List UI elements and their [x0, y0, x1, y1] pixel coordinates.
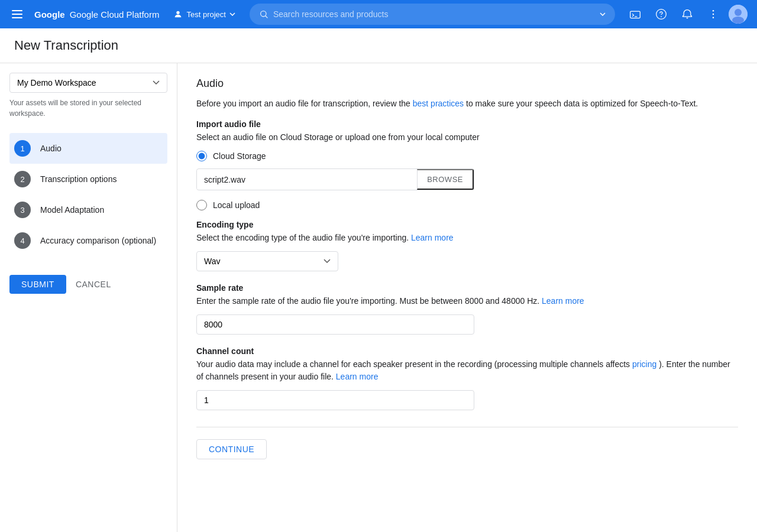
step-item-audio[interactable]: 1 Audio	[9, 133, 167, 164]
svg-point-6	[713, 10, 714, 12]
section-divider	[196, 427, 738, 427]
step-circle-3: 3	[14, 202, 31, 218]
step-item-model[interactable]: 3 Model Adaptation	[9, 194, 167, 225]
sample-rate-input[interactable]	[196, 314, 474, 335]
audio-intro: Before you import an audio file for tran…	[196, 97, 738, 110]
audio-section-title: Audio	[196, 77, 738, 90]
import-desc: Select an audio file on Cloud Storage or…	[196, 131, 738, 144]
encoding-section: Encoding type Select the encoding type o…	[196, 220, 738, 283]
svg-point-0	[177, 11, 180, 14]
cloud-storage-radio[interactable]	[196, 151, 207, 161]
main-layout: My Demo Workspace Your assets will be st…	[0, 63, 757, 532]
step-circle-4: 4	[14, 232, 31, 249]
sidebar: My Demo Workspace Your assets will be st…	[0, 63, 177, 532]
step-label-1: Audio	[40, 144, 62, 153]
step-item-transcription[interactable]: 2 Transcription options	[9, 164, 167, 194]
brand-name: Google Cloud Platform	[70, 9, 160, 20]
chevron-down-icon	[229, 12, 235, 16]
google-text: Google	[34, 9, 65, 20]
channel-count-title: Channel count	[196, 346, 738, 356]
local-upload-radio[interactable]	[196, 200, 207, 210]
file-path-input[interactable]	[197, 170, 417, 189]
intro-text-suffix: to make sure your speech data is optimiz…	[466, 99, 698, 108]
svg-point-11	[732, 17, 744, 24]
import-audio-section: Import audio file Select an audio file o…	[196, 119, 738, 210]
project-selector[interactable]: Test project	[169, 7, 240, 21]
page-title: New Transcription	[14, 38, 743, 53]
menu-icon[interactable]	[9, 8, 25, 21]
cloud-storage-label: Cloud Storage	[213, 151, 266, 161]
cancel-button[interactable]: CANCEL	[76, 280, 111, 289]
encoding-select[interactable]: Wav MP3 FLAC OGG AMR AMR-WB	[196, 251, 338, 271]
step-circle-1: 1	[14, 140, 31, 157]
brand-logo: Google Google Cloud Platform	[34, 9, 159, 20]
svg-point-10	[735, 9, 742, 16]
topbar-actions	[625, 4, 748, 25]
step-list: 1 Audio 2 Transcription options 3 Model …	[9, 133, 167, 256]
sample-rate-section: Sample rate Enter the sample rate of the…	[196, 283, 738, 346]
cloud-shell-icon[interactable]	[625, 4, 646, 25]
step-label-3: Model Adaptation	[40, 205, 104, 215]
step-label-2: Transcription options	[40, 174, 117, 184]
local-upload-label: Local upload	[213, 200, 260, 210]
channel-count-desc: Your audio data may include a channel fo…	[196, 358, 738, 383]
svg-rect-2	[630, 11, 640, 18]
content-area: Audio Before you import an audio file fo…	[177, 63, 757, 532]
project-icon	[173, 9, 183, 19]
sample-rate-learn-more-link[interactable]: Learn more	[542, 296, 584, 306]
import-title: Import audio file	[196, 119, 738, 129]
more-options-icon[interactable]	[703, 4, 724, 25]
help-icon[interactable]	[651, 4, 672, 25]
search-input[interactable]	[273, 9, 595, 19]
channel-count-input[interactable]	[196, 390, 474, 410]
workspace-select[interactable]: My Demo Workspace	[9, 73, 167, 93]
intro-text-prefix: Before you import an audio file for tran…	[196, 99, 410, 108]
file-input-row: BROWSE	[196, 168, 474, 190]
svg-point-7	[713, 14, 714, 15]
sample-rate-desc: Enter the sample rate of the audio file …	[196, 295, 738, 307]
encoding-learn-more-link[interactable]: Learn more	[411, 233, 454, 242]
svg-point-5	[661, 16, 662, 17]
page-header: New Transcription	[0, 28, 757, 63]
user-avatar[interactable]	[729, 5, 748, 24]
encoding-desc: Select the encoding type of the audio fi…	[196, 232, 738, 244]
submit-button[interactable]: SUBMIT	[9, 275, 66, 294]
search-dropdown-icon[interactable]	[600, 12, 606, 16]
workspace-help: Your assets will be stored in your selec…	[9, 98, 167, 119]
continue-button[interactable]: CONTINUE	[196, 439, 267, 459]
channel-count-section: Channel count Your audio data may includ…	[196, 346, 738, 422]
step-circle-2: 2	[14, 171, 31, 187]
pricing-link[interactable]: pricing	[632, 359, 656, 369]
encoding-title: Encoding type	[196, 220, 738, 229]
project-name: Test project	[186, 10, 225, 19]
channel-learn-more-link[interactable]: Learn more	[336, 372, 378, 381]
sidebar-actions: SUBMIT CANCEL	[9, 275, 167, 294]
search-icon	[259, 9, 268, 19]
sample-rate-title: Sample rate	[196, 283, 738, 293]
search-bar[interactable]	[250, 4, 615, 25]
cloud-storage-option[interactable]: Cloud Storage	[196, 151, 738, 161]
step-item-accuracy[interactable]: 4 Accuracy comparison (optional)	[9, 225, 167, 256]
local-upload-option[interactable]: Local upload	[196, 200, 738, 210]
svg-point-8	[713, 17, 714, 19]
best-practices-link[interactable]: best practices	[413, 99, 464, 108]
browse-button[interactable]: BROWSE	[417, 169, 474, 190]
notifications-icon[interactable]	[677, 4, 698, 25]
step-label-4: Accuracy comparison (optional)	[40, 236, 156, 245]
topbar: Google Google Cloud Platform Test projec…	[0, 0, 757, 28]
